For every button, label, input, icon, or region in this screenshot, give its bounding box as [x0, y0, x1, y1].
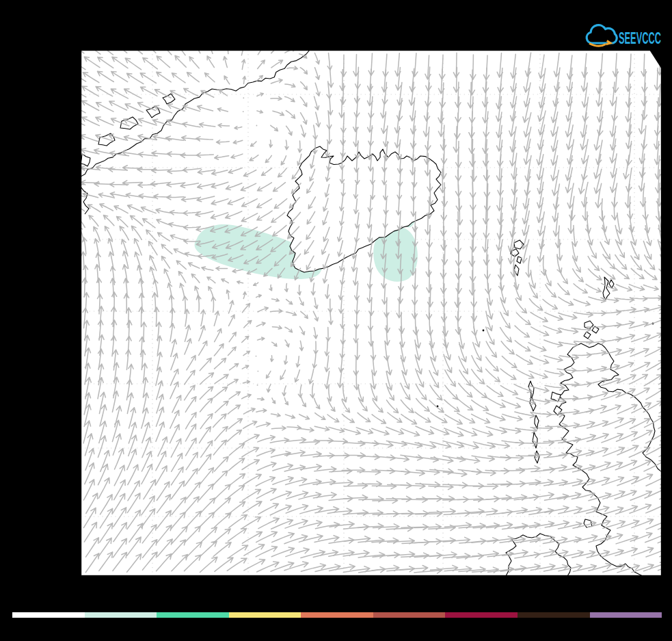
colorbar-segment	[157, 612, 229, 618]
colorbar-segment	[229, 612, 301, 618]
weather-map-page: SEEVCCC	[0, 0, 672, 641]
islet-speck	[483, 330, 485, 332]
colorbar-segment	[85, 612, 157, 618]
logo-text: SEEVCCC	[619, 29, 661, 47]
colorbar-segment	[12, 612, 85, 618]
cloud-icon	[587, 25, 617, 47]
colorbar-segment	[518, 612, 590, 618]
colorbar-segment	[590, 612, 662, 618]
legend-colorbar	[12, 612, 662, 618]
colorbar-segment	[301, 612, 373, 618]
colorbar-segment	[445, 612, 518, 618]
seevccc-logo: SEEVCCC	[581, 23, 664, 51]
wind-vector-map	[81, 50, 662, 576]
colorbar-segment	[373, 612, 446, 618]
